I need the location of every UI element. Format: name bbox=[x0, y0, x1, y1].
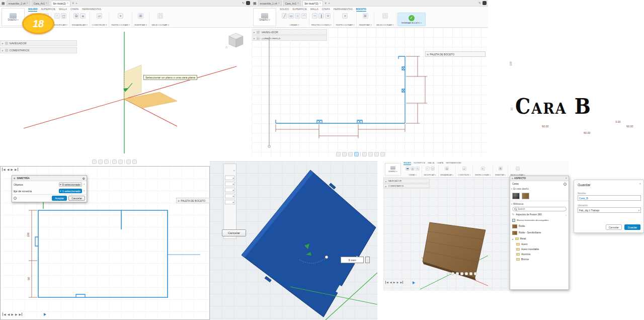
orbit-icon[interactable] bbox=[451, 272, 454, 275]
doc-tab-active[interactable]: Sin título(2) bbox=[51, 1, 70, 6]
drag-handle-icon[interactable] bbox=[14, 177, 15, 180]
appearance-header[interactable]: ASPECTO bbox=[510, 176, 569, 181]
extrude-icon[interactable]: ⬒ bbox=[406, 167, 410, 171]
tab-superficie[interactable]: SUPERFICIE bbox=[414, 162, 425, 165]
location-select[interactable]: Fab_dig 1 Trabajo bbox=[578, 207, 641, 213]
rigid-icon[interactable]: ⧈ bbox=[80, 13, 86, 19]
doc-tab[interactable]: ensamble_1 v4 bbox=[7, 1, 30, 6]
shell-icon[interactable]: ◻ bbox=[61, 13, 66, 19]
tab-chapa[interactable]: CHAPA bbox=[437, 162, 443, 165]
dropdown-field[interactable]: ▾ bbox=[225, 200, 235, 204]
wood-panel[interactable] bbox=[423, 222, 486, 278]
display-settings-icon[interactable] bbox=[118, 159, 123, 164]
line-icon[interactable]: ╱ bbox=[282, 13, 287, 19]
blue-panel[interactable] bbox=[242, 170, 376, 317]
sweep-icon[interactable]: ∿ bbox=[416, 167, 420, 171]
group-label[interactable]: INSPECCIONAR bbox=[336, 24, 353, 26]
pan-icon[interactable] bbox=[447, 272, 450, 275]
tab-boceto[interactable]: BOCETO bbox=[356, 8, 366, 12]
close-icon[interactable] bbox=[297, 2, 299, 5]
refresh-icon[interactable] bbox=[512, 213, 514, 216]
insert-icon[interactable]: ⊞ bbox=[499, 167, 503, 171]
dropdown-field[interactable]: ▾ bbox=[225, 182, 235, 186]
axis-selection-chip[interactable]: 1 seleccionado bbox=[59, 189, 82, 193]
tab-herramientas[interactable]: HERRAMIENTAS bbox=[334, 8, 353, 12]
close-icon[interactable] bbox=[639, 183, 641, 186]
group-label[interactable]: MODIFICAR bbox=[424, 174, 435, 176]
dropdown-field[interactable]: ▾ bbox=[225, 194, 235, 198]
app-grid-icon[interactable] bbox=[2, 2, 5, 5]
material-item[interactable]: Acero inoxidable bbox=[510, 247, 569, 252]
library-source-row[interactable]: Aspectos de Fusion 360 bbox=[510, 212, 569, 217]
measure-icon[interactable]: ⌖ bbox=[342, 13, 348, 19]
fit-icon[interactable] bbox=[460, 272, 463, 275]
home-icon[interactable]: ⌂ bbox=[225, 45, 227, 49]
grid-settings-icon[interactable] bbox=[374, 152, 379, 156]
tab-herramientas[interactable]: HERRAMIENTAS bbox=[446, 162, 461, 165]
checkbox-checked-icon[interactable] bbox=[512, 219, 515, 222]
material-item[interactable]: Acero bbox=[510, 242, 569, 247]
dimension-label[interactable]: 100 bbox=[27, 232, 30, 237]
tab-malla[interactable]: MALLA bbox=[428, 162, 434, 165]
pan-icon[interactable] bbox=[92, 159, 97, 164]
rectangle-icon[interactable]: ▭ bbox=[288, 13, 294, 19]
in-design-section[interactable]: En este diseño bbox=[510, 187, 569, 191]
go-start-icon[interactable] bbox=[3, 312, 6, 316]
sync-icon[interactable] bbox=[478, 2, 481, 5]
tab-solido[interactable]: SOLIDO bbox=[404, 162, 411, 165]
timeline-marker-icon[interactable] bbox=[44, 313, 46, 316]
group-label[interactable]: INSPECCIONAR bbox=[111, 24, 128, 26]
group-label[interactable]: ENSAMBLAR bbox=[441, 174, 452, 176]
search-input[interactable] bbox=[518, 208, 565, 210]
press-pull-icon[interactable]: ◻ bbox=[431, 167, 435, 171]
group-label[interactable]: RESTRICCIONES bbox=[311, 24, 330, 26]
orbit-icon[interactable] bbox=[342, 152, 347, 156]
play-icon[interactable] bbox=[11, 312, 14, 316]
step-forward-icon[interactable] bbox=[15, 312, 18, 316]
tab-herramientas[interactable]: HERRAMIENTAS bbox=[82, 8, 101, 12]
tab-solido[interactable]: SOLIDO bbox=[280, 8, 289, 12]
dimension-label[interactable]: 60.00 bbox=[583, 132, 591, 134]
group-label[interactable]: INSPECCIONAR bbox=[475, 174, 489, 176]
new-tab-icon[interactable] bbox=[328, 2, 330, 5]
sketch-viewport-b[interactable] bbox=[252, 28, 488, 156]
close-icon[interactable] bbox=[319, 2, 321, 5]
display-settings-icon[interactable] bbox=[465, 272, 468, 275]
go-end-icon[interactable] bbox=[19, 312, 23, 316]
tab-list-icon[interactable] bbox=[72, 2, 74, 5]
viewport-a[interactable] bbox=[0, 28, 252, 166]
gear-icon[interactable] bbox=[83, 177, 85, 180]
step-back-icon[interactable] bbox=[8, 312, 10, 316]
design-menu[interactable]: DISEÑO bbox=[253, 8, 276, 26]
tab-solido[interactable]: SOLIDO bbox=[28, 8, 37, 12]
accept-button[interactable]: Aceptar bbox=[52, 196, 67, 201]
appearance-search[interactable] bbox=[512, 207, 567, 211]
zoom-icon[interactable] bbox=[104, 159, 109, 164]
doc-tab-active[interactable]: Sin título*(2) bbox=[302, 1, 323, 6]
vertical-plane[interactable] bbox=[124, 65, 141, 99]
group-label[interactable]: SELECCIONAR bbox=[376, 24, 392, 26]
grid-toggle-icon-active[interactable] bbox=[354, 152, 359, 156]
sync-icon[interactable] bbox=[242, 2, 245, 5]
distance-input[interactable]: 3 mm bbox=[341, 257, 364, 263]
objects-selection-chip[interactable]: 5 seleccionado bbox=[59, 182, 82, 187]
close-icon[interactable] bbox=[67, 2, 68, 5]
select-icon[interactable]: ⬚ bbox=[382, 13, 388, 19]
close-icon[interactable] bbox=[46, 2, 47, 5]
extrude-manipulator[interactable] bbox=[325, 256, 328, 259]
design-menu[interactable]: DISEÑO bbox=[385, 163, 401, 176]
group-label[interactable]: ENSAMBLAR bbox=[72, 24, 86, 26]
orbit-icon[interactable] bbox=[98, 159, 103, 164]
pan-icon[interactable] bbox=[336, 152, 341, 156]
tab-chapa[interactable]: CHAPA bbox=[322, 8, 330, 12]
measure-icon[interactable]: ⌖ bbox=[481, 167, 485, 171]
fillet-icon[interactable]: ◜ bbox=[426, 167, 430, 171]
fit-icon[interactable] bbox=[112, 159, 117, 164]
dropdown-field[interactable]: ▾ bbox=[225, 188, 235, 192]
joint-icon[interactable]: ⧉ bbox=[73, 13, 79, 19]
insert-icon[interactable]: ⊞ bbox=[138, 13, 143, 19]
tab-malla[interactable]: MALLA bbox=[59, 8, 67, 12]
timeline-marker-icon[interactable] bbox=[413, 281, 415, 284]
step-back-icon[interactable] bbox=[390, 281, 392, 284]
clear-selection-icon[interactable] bbox=[84, 190, 85, 193]
